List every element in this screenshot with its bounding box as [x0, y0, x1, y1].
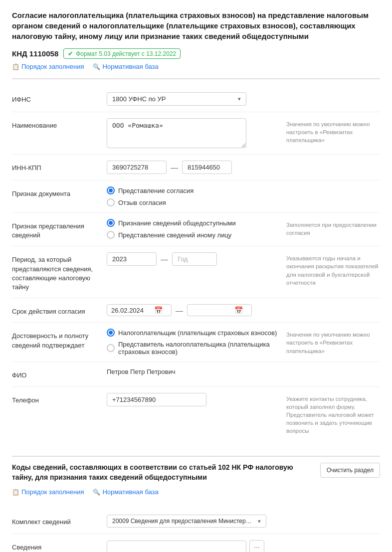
period-control: — — [107, 252, 280, 266]
order-filling-link[interactable]: 📋 Порядок заполнения — [12, 63, 84, 70]
svedenia-input[interactable] — [107, 541, 246, 552]
priznak-doc-row: Признак документа Представление согласия… — [12, 181, 380, 213]
srok-date-to[interactable]: 📅 — [187, 304, 252, 316]
section2-normative-icon: 🔍 — [93, 489, 100, 496]
svedenia-dots-button[interactable]: ··· — [249, 540, 264, 552]
period-to-input[interactable] — [172, 252, 217, 266]
ifns-select[interactable]: 1800 УФНС по УР ▾ — [107, 92, 246, 106]
komplekt-chevron-icon: ▾ — [258, 518, 261, 525]
normative-base-label: Нормативная база — [102, 63, 158, 70]
radio-circle-inomu-licu — [107, 231, 115, 239]
radio-circle-otzyv — [107, 198, 115, 206]
komplekt-control: 20009 Сведения для предоставления Минист… — [107, 515, 280, 528]
normative-icon: 🔍 — [93, 63, 100, 70]
komplekt-select[interactable]: 20009 Сведения для предоставления Минист… — [107, 515, 266, 528]
inn-kpp-row: ИНН-КПП — — [12, 155, 380, 181]
ifns-row: ИФНС 1800 УФНС по УР ▾ — [12, 86, 380, 112]
section2-order-link[interactable]: 📋 Порядок заполнения — [12, 488, 84, 496]
radio-predstavlenie-label: Представление согласия — [118, 187, 194, 194]
section2-order-label: Порядок заполнения — [21, 488, 84, 496]
ifns-label: ИФНС — [12, 92, 107, 104]
srok-inputs: 📅 — 📅 — [107, 304, 280, 316]
section2-title: Коды сведений, составляющих в соответств… — [12, 463, 312, 482]
radio-predstavlenie[interactable]: Представление согласия — [107, 186, 280, 194]
inn-kpp-hint — [280, 161, 380, 163]
radio-inomu-licu-label: Представление сведений иному лицу — [118, 231, 231, 239]
section2-links: 📋 Порядок заполнения 🔍 Нормативная база — [12, 488, 380, 496]
period-from-input[interactable] — [107, 252, 157, 266]
svedenia-row: Сведения ··· — [12, 534, 380, 552]
priznak-pred-radio-group: Признание сведений общедоступными Предст… — [107, 219, 280, 239]
radio-obschedostupnymi-label: Признание сведений общедоступными — [118, 219, 236, 227]
srok-date-to-input[interactable] — [192, 307, 231, 314]
komplekt-row: Комплект сведений 20009 Сведения для пре… — [12, 509, 380, 534]
period-dash: — — [161, 255, 168, 263]
calendar-icon-from[interactable]: 📅 — [154, 306, 163, 314]
komplekt-label: Комплект сведений — [12, 515, 107, 527]
priznak-pred-hint: Заполняется при предоставлении согласия — [280, 219, 380, 237]
naimenovanie-hint: Значения по умолчанию можно настроить в … — [280, 118, 380, 144]
komplekt-value: 20009 Сведения для предоставления Минист… — [112, 518, 252, 525]
dostovernost-control: Налогоплательщик (плательщик страховых в… — [107, 329, 280, 356]
radio-nalogoplatelshik[interactable]: Налогоплательщик (плательщик страховых в… — [107, 329, 280, 337]
section2-order-icon: 📋 — [12, 489, 19, 496]
priznak-pred-row: Признак представления сведений Признание… — [12, 213, 380, 246]
top-divider — [12, 78, 380, 79]
svedenia-inputs: ··· — [107, 540, 280, 552]
period-inputs: — — [107, 252, 280, 266]
telefon-hint: Укажите контакты сотрудника, который зап… — [280, 393, 380, 435]
dostovernost-row: Достоверность и полноту сведений подтвер… — [12, 323, 380, 362]
telefon-row: Телефон Укажите контакты сотрудника, кот… — [12, 387, 380, 441]
srok-date-from[interactable]: 📅 — [107, 304, 172, 316]
priznak-doc-label: Признак документа — [12, 186, 107, 198]
svedenia-label: Сведения — [12, 540, 107, 552]
priznak-doc-hint — [280, 186, 380, 188]
period-hint: Указываются годы начала и окончания раск… — [280, 252, 380, 286]
dostovernost-hint: Значения по умолчанию можно настроить в … — [280, 329, 380, 355]
ifns-control: 1800 УФНС по УР ▾ — [107, 92, 280, 106]
calendar-icon-to[interactable]: 📅 — [234, 306, 243, 314]
chevron-down-icon: ▾ — [238, 96, 241, 102]
radio-circle-nalogoplatelshik — [107, 329, 115, 337]
clear-section-button[interactable]: Очистить раздел — [320, 463, 380, 478]
main-form: ИФНС 1800 УФНС по УР ▾ Наименование ООО … — [12, 81, 380, 446]
radio-circle-predstavlenie — [107, 186, 115, 194]
naimenovanie-input[interactable]: ООО «Ромашка» — [107, 118, 246, 148]
order-filling-label: Порядок заполнения — [21, 63, 84, 70]
radio-predstavitel[interactable]: Представитель налогоплательщика (платель… — [107, 341, 280, 356]
radio-otzyv[interactable]: Отзыв согласия — [107, 198, 280, 206]
period-row: Период, за который представляются сведен… — [12, 246, 380, 298]
komplekt-hint — [280, 515, 380, 517]
naimenovanie-control: ООО «Ромашка» — [107, 118, 280, 148]
priznak-pred-label: Признак представления сведений — [12, 219, 107, 240]
telefon-label: Телефон — [12, 393, 107, 405]
ifns-hint — [280, 92, 380, 94]
inn-kpp-control: — — [107, 161, 280, 174]
srok-date-from-input[interactable] — [111, 307, 151, 314]
radio-circle-predstavitel — [107, 344, 115, 352]
srok-row: Срок действия согласия 📅 — 📅 — [12, 298, 380, 323]
radio-circle-obschedostupnymi — [107, 219, 115, 227]
srok-dash: — — [176, 306, 183, 315]
radio-nalogoplatelshik-label: Налогоплательщик (плательщик страховых в… — [118, 329, 277, 337]
section2-normative-link[interactable]: 🔍 Нормативная база — [93, 488, 158, 496]
ifns-value: 1800 УФНС по УР — [112, 95, 166, 103]
fio-label: ФИО — [12, 368, 107, 380]
check-icon: ✔ — [68, 50, 73, 57]
radio-inomu-licu[interactable]: Представление сведений иному лицу — [107, 231, 280, 239]
radio-obschedostupnymi[interactable]: Признание сведений общедоступными — [107, 219, 280, 227]
normative-base-link[interactable]: 🔍 Нормативная база — [93, 63, 158, 70]
srok-label: Срок действия согласия — [12, 304, 107, 316]
fio-control: Петров Петр Петрович — [107, 368, 280, 375]
order-icon: 📋 — [12, 63, 19, 70]
inn-kpp-label: ИНН-КПП — [12, 161, 107, 173]
priznak-doc-control: Представление согласия Отзыв согласия — [107, 186, 280, 206]
dostovernost-label: Достоверность и полноту сведений подтвер… — [12, 329, 107, 350]
format-badge-text: Формат 5.03 действует с 13.12.2022 — [76, 50, 176, 57]
inn-kpp-dash: — — [171, 163, 178, 172]
radio-predstavitel-label: Представитель налогоплательщика (платель… — [118, 341, 280, 356]
radio-otzyv-label: Отзыв согласия — [118, 199, 166, 206]
inn-input[interactable] — [107, 161, 167, 174]
kpp-input[interactable] — [182, 161, 232, 174]
telefon-input[interactable] — [107, 393, 206, 406]
